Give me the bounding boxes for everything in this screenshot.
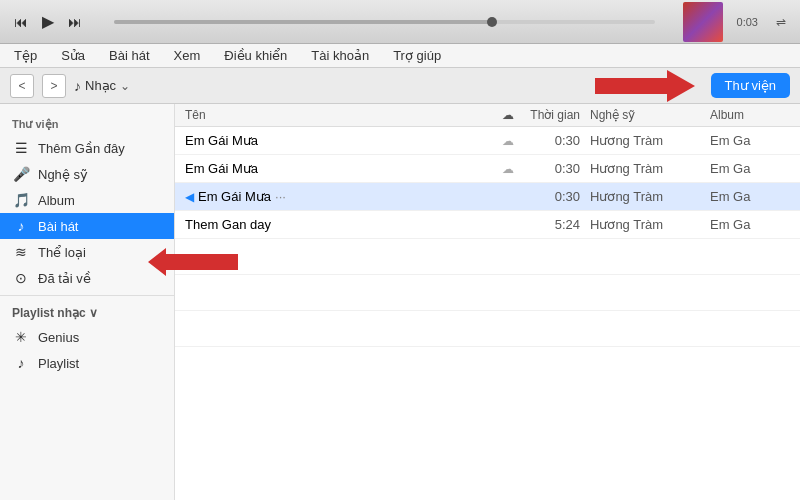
table-row[interactable]: ◀ Em Gái Mưa ··· 0:30 Hương Tràm Em Ga — [175, 183, 800, 211]
album-thumbnail — [683, 2, 723, 42]
sidebar-label-bai-hat: Bài hát — [38, 219, 78, 234]
sidebar: Thư viện ☰ Thêm Gần đây 🎤 Nghệ sỹ 🎵 Albu… — [0, 104, 175, 500]
genre-icon: ≋ — [12, 244, 30, 260]
sidebar-label-da-tai-ve: Đã tải về — [38, 271, 91, 286]
progress-track[interactable] — [114, 20, 655, 24]
artist-icon: 🎤 — [12, 166, 30, 182]
sidebar-label-album: Album — [38, 193, 75, 208]
playlist-icon: ♪ — [12, 355, 30, 371]
album-icon: 🎵 — [12, 192, 30, 208]
col-header-album: Album — [710, 108, 790, 122]
sidebar-item-playlist[interactable]: ♪ Playlist — [0, 350, 174, 376]
sidebar-label-playlist: Playlist — [38, 356, 79, 371]
nav-category-label: Nhạc — [85, 78, 116, 93]
menu-tai-khoan[interactable]: Tài khoản — [307, 46, 373, 65]
song-icon: ♪ — [12, 218, 30, 234]
song-album: Em Ga — [710, 217, 790, 232]
song-cloud: ☁ — [496, 162, 520, 176]
sidebar-divider — [0, 295, 174, 296]
song-name: Them Gan day — [185, 217, 496, 232]
song-list-header: Tên ☁ Thời gian Nghệ sỹ Album — [175, 104, 800, 127]
album-art — [683, 2, 723, 42]
sidebar-label-genius: Genius — [38, 330, 79, 345]
fast-forward-button[interactable]: ⏭ — [64, 12, 86, 32]
menu-sua[interactable]: Sửa — [57, 46, 89, 65]
song-artist: Hương Tràm — [590, 189, 710, 204]
song-artist: Hương Tràm — [590, 161, 710, 176]
song-list-area: Tên ☁ Thời gian Nghệ sỹ Album Em Gái Mưa… — [175, 104, 800, 500]
library-section-title: Thư viện — [0, 112, 174, 135]
song-time: 0:30 — [520, 161, 590, 176]
song-name: Em Gái Mưa — [185, 133, 496, 148]
menu-dieu-khien[interactable]: Điều khiển — [220, 46, 291, 65]
song-time: 0:30 — [520, 133, 590, 148]
transport-bar: ⏮ ▶ ⏭ 0:03 ⇌ — [0, 0, 800, 44]
song-album: Em Ga — [710, 133, 790, 148]
svg-marker-0 — [595, 70, 695, 102]
main-content: Thư viện ☰ Thêm Gần đây 🎤 Nghệ sỹ 🎵 Albu… — [0, 104, 800, 500]
table-row[interactable]: Em Gái Mưa ☁ 0:30 Hương Tràm Em Ga — [175, 127, 800, 155]
table-row[interactable]: Em Gái Mưa ☁ 0:30 Hương Tràm Em Ga — [175, 155, 800, 183]
menu-tro-giup[interactable]: Trợ giúp — [389, 46, 445, 65]
sidebar-item-nghe-sy[interactable]: 🎤 Nghệ sỹ — [0, 161, 174, 187]
transport-controls: ⏮ ▶ ⏭ — [10, 10, 86, 33]
library-button[interactable]: Thư viện — [711, 73, 790, 98]
sidebar-label-the-loai: Thể loại — [38, 245, 86, 260]
nav-bar: < > ♪ Nhạc ⌄ Thư viện — [0, 68, 800, 104]
nav-dropdown-icon[interactable]: ⌄ — [120, 79, 130, 93]
shuffle-button[interactable]: ⇌ — [772, 13, 790, 31]
song-options-dots[interactable]: ··· — [275, 189, 286, 204]
rewind-button[interactable]: ⏮ — [10, 12, 32, 32]
song-name: Em Gái Mưa — [185, 161, 496, 176]
table-row-empty — [175, 275, 800, 311]
right-arrow-indicator — [595, 70, 695, 102]
col-header-time: Thời gian — [520, 108, 590, 122]
playlist-section-title: Playlist nhạc ∨ — [0, 300, 174, 324]
nav-forward-button[interactable]: > — [42, 74, 66, 98]
sidebar-item-the-loai[interactable]: ≋ Thể loại — [0, 239, 174, 265]
sidebar-item-bai-hat[interactable]: ♪ Bài hát — [0, 213, 174, 239]
song-name: ◀ Em Gái Mưa ··· — [185, 189, 496, 204]
progress-area — [94, 20, 675, 24]
nav-category: ♪ Nhạc ⌄ — [74, 78, 130, 94]
song-time: 5:24 — [520, 217, 590, 232]
song-album: Em Ga — [710, 189, 790, 204]
downloaded-icon: ⊙ — [12, 270, 30, 286]
sidebar-label-nghe-sy: Nghệ sỹ — [38, 167, 88, 182]
song-cloud: ☁ — [496, 134, 520, 148]
progress-fill — [114, 20, 492, 24]
col-header-cloud: ☁ — [496, 108, 520, 122]
col-header-name: Tên — [185, 108, 496, 122]
recent-icon: ☰ — [12, 140, 30, 156]
menu-xem[interactable]: Xem — [170, 46, 205, 65]
menu-tep[interactable]: Tệp — [10, 46, 41, 65]
nav-back-button[interactable]: < — [10, 74, 34, 98]
music-note-icon: ♪ — [74, 78, 81, 94]
table-row-empty — [175, 239, 800, 275]
menu-bar: Tệp Sửa Bài hát Xem Điều khiển Tài khoản… — [0, 44, 800, 68]
sidebar-item-them-gan-day[interactable]: ☰ Thêm Gần đây — [0, 135, 174, 161]
sidebar-item-album[interactable]: 🎵 Album — [0, 187, 174, 213]
col-header-artist: Nghệ sỹ — [590, 108, 710, 122]
sidebar-item-genius[interactable]: ✳ Genius — [0, 324, 174, 350]
song-artist: Hương Tràm — [590, 217, 710, 232]
genius-icon: ✳ — [12, 329, 30, 345]
sidebar-label-them-gan-day: Thêm Gần đây — [38, 141, 125, 156]
song-time: 0:30 — [520, 189, 590, 204]
table-row-empty — [175, 311, 800, 347]
menu-bai-hat[interactable]: Bài hát — [105, 46, 153, 65]
playlist-title-label: Playlist nhạc ∨ — [12, 306, 98, 320]
sidebar-item-da-tai-ve[interactable]: ⊙ Đã tải về — [0, 265, 174, 291]
time-display: 0:03 — [737, 16, 758, 28]
table-row[interactable]: Them Gan day 5:24 Hương Tràm Em Ga — [175, 211, 800, 239]
playing-indicator-icon: ◀ — [185, 190, 194, 204]
song-artist: Hương Tràm — [590, 133, 710, 148]
song-album: Em Ga — [710, 161, 790, 176]
play-button[interactable]: ▶ — [38, 10, 58, 33]
progress-thumb — [487, 17, 497, 27]
